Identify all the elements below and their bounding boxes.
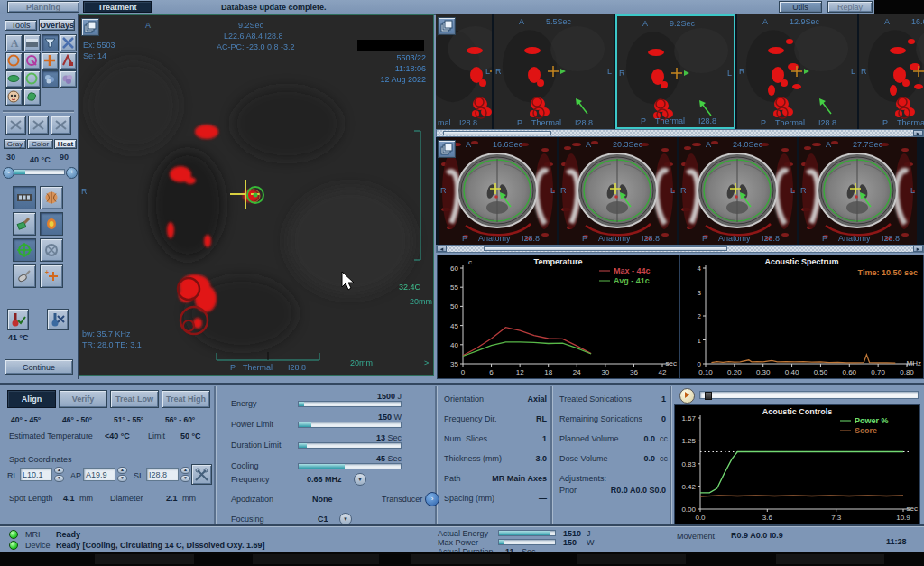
tab-planning[interactable]: Planning (7, 1, 79, 13)
delete-x-button[interactable] (60, 34, 77, 51)
coord-SI-spin-down[interactable]: ▼ (180, 475, 190, 482)
status-message: Database update complete. (221, 3, 327, 12)
lens-button[interactable] (5, 70, 23, 88)
film-strip-button[interactable] (13, 186, 36, 209)
spot-disabled-button[interactable] (5, 116, 26, 135)
sonication-tab-treat-low[interactable]: Treat Low (110, 390, 159, 408)
coord-SI-spin-up[interactable]: ▲ (180, 467, 190, 474)
thermal-tile-2[interactable]: A 12.9Sec R L P Thermal I28.8 (737, 14, 857, 129)
tab-tools[interactable]: Tools (5, 20, 37, 31)
divider (3, 110, 74, 113)
tab-treatment[interactable]: Treatment (83, 1, 152, 13)
limit-label: Limit (148, 431, 165, 441)
coord-input-SI[interactable]: I28.8 (146, 468, 179, 481)
anatomy-tile-3[interactable]: A 27.7Sec R L P Anatomy I28.8 (799, 137, 917, 245)
replay-play-button[interactable] (679, 388, 695, 404)
estimated-temp-label: Estimated Temperature (9, 431, 93, 441)
colormap-color-button[interactable]: Color (27, 139, 53, 149)
sonication-time: 16.6Sec (493, 140, 522, 149)
add-spot-button[interactable]: + (40, 264, 63, 288)
coord-RL-spin-down[interactable]: ▼ (54, 475, 64, 482)
target-active-button[interactable] (13, 238, 36, 262)
sonication-time: 24.0Sec (733, 140, 762, 149)
scan-3-label: Thickness (mm) (444, 454, 502, 463)
layer-stack-button[interactable] (438, 17, 456, 35)
funnel-button[interactable] (42, 34, 59, 51)
energy-slider[interactable] (298, 401, 402, 407)
thermal-strip-scrollbar[interactable]: ► (436, 129, 924, 137)
exam-number: Ex: 5503 (83, 41, 116, 50)
contour-button[interactable] (23, 70, 41, 88)
green-blob-button[interactable] (23, 88, 41, 106)
angle-tool-button[interactable] (60, 52, 77, 70)
stat-0-label: Treated Sonications (559, 394, 632, 404)
lock-spot-button[interactable] (191, 464, 212, 485)
scroll-left-button[interactable]: ◄ (437, 246, 447, 252)
cluster-button[interactable] (42, 70, 59, 88)
power-limit-value: 150 W (298, 413, 402, 422)
utils-button[interactable]: Utils (779, 1, 822, 13)
eraser-button[interactable] (13, 212, 36, 236)
thermal-tile-0[interactable]: A 5.5Sec R L P Thermal I28.8 (494, 14, 614, 129)
scroll-right-button[interactable]: ► (913, 246, 923, 252)
window-level-button[interactable] (23, 34, 41, 51)
face-profile-button[interactable] (5, 88, 23, 106)
anatomy-tile-0[interactable]: A 16.6Sec R L P Anatomy I28.8 (439, 137, 557, 245)
stat-1-label: Remaining Sonications (559, 414, 642, 423)
scroll-right-button[interactable]: ► (913, 130, 923, 136)
draw-disabled-button[interactable] (51, 116, 71, 135)
circle-roi-button[interactable] (5, 52, 23, 70)
path-disabled-button[interactable] (28, 116, 49, 135)
cross-marker-icon (42, 53, 58, 69)
hand-tool-button[interactable] (13, 264, 36, 288)
anatomy-tile-2[interactable]: A 24.0Sec R L P Anatomy I28.8 (679, 137, 797, 245)
text-annotation-button[interactable]: A (5, 34, 23, 51)
target-disabled-button[interactable] (40, 238, 63, 262)
main-thermal-viewport[interactable]: A 9.2Sec L22.6 A8.4 I28.8 AC-PC: -23.0 0… (79, 14, 434, 376)
duration-limit-slider[interactable] (298, 442, 402, 449)
eraser-icon (16, 216, 32, 232)
coord-RL-spin-up[interactable]: ▲ (54, 467, 64, 474)
sonication-tab-verify[interactable]: Verify (59, 390, 107, 408)
spiral-roi-button[interactable] (23, 52, 41, 70)
slider-plus-button[interactable]: + (66, 167, 78, 179)
temp-scale-track[interactable] (14, 169, 65, 175)
coord-AP-spin-up[interactable]: ▲ (117, 467, 127, 474)
sonication-tab-align[interactable]: Align (7, 390, 56, 408)
anatomy-tile-1[interactable]: A 20.3Sec R L P Anatomy I28.8 (559, 137, 677, 245)
power-limit-slider[interactable] (298, 422, 402, 428)
colormap-gray-button[interactable]: Gray (4, 139, 26, 149)
anatomy-strip-scrollbar[interactable]: ◄ ► (436, 245, 924, 253)
replay-slider[interactable] (699, 391, 919, 399)
svg-text:0.10: 0.10 (698, 368, 713, 376)
thermal-tile-1[interactable]: A 9.2Sec R L P Thermal I28.8 (615, 14, 735, 129)
transducer-sphere-button[interactable] (40, 186, 63, 209)
tab-overlays[interactable]: Overlays (39, 19, 75, 31)
layer-stack-button[interactable] (438, 140, 456, 158)
layer-stack-button[interactable] (81, 18, 99, 36)
scroll-arrow-glyph[interactable]: > (424, 358, 429, 367)
coord-input-AP[interactable]: A19.9 (83, 468, 116, 481)
device-label: Device (25, 541, 51, 550)
scroll-thumb[interactable] (484, 246, 727, 251)
frequency-dropdown[interactable]: ▼ (354, 473, 366, 486)
focusing-dropdown[interactable]: ▼ (339, 513, 352, 525)
temp-confirm-button[interactable] (7, 309, 29, 330)
cloud-region-button[interactable] (60, 70, 77, 88)
heat-spot-button[interactable] (40, 212, 63, 236)
coord-input-RL[interactable]: L10.1 (20, 468, 52, 481)
replay-button[interactable]: Replay (827, 1, 873, 13)
orient-right: L (910, 186, 915, 195)
cooling-slider[interactable] (298, 463, 402, 469)
scroll-thumb[interactable] (443, 131, 551, 135)
cross-marker-button[interactable] (42, 52, 59, 70)
temp-scale-slider[interactable]: - + (3, 166, 75, 178)
continue-button[interactable]: Continue (5, 359, 73, 375)
sonication-tab-treat-high[interactable]: Treat High (162, 390, 210, 408)
colormap-heat-button[interactable]: Heat (54, 139, 77, 149)
thermal-tile-3[interactable]: A 16.6 R L P Thermal I28.8 (859, 14, 924, 129)
temp-cancel-button[interactable] (47, 309, 69, 330)
replay-slider-thumb[interactable] (705, 392, 712, 400)
coord-AP-spin-down[interactable]: ▼ (117, 475, 127, 482)
transducer-button[interactable]: › (425, 492, 439, 506)
